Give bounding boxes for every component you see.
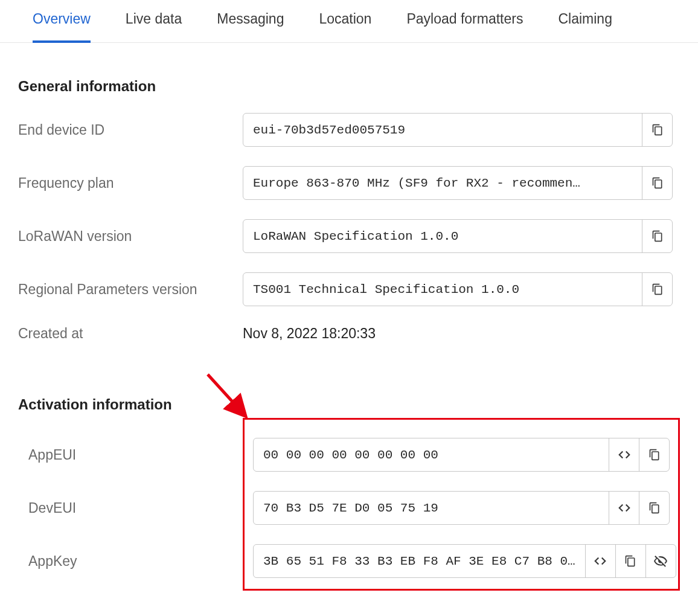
value-appeui: 00 00 00 00 00 00 00 00: [254, 438, 609, 471]
value-frequency-plan: Europe 863-870 MHz (SF9 for RX2 - recomm…: [243, 167, 642, 199]
copy-button[interactable]: [639, 438, 669, 471]
value-box-appkey: 3B 65 51 F8 33 B3 EB F8 AF 3E E8 C7 B8 0…: [253, 544, 676, 578]
toggle-format-button[interactable]: [585, 545, 615, 577]
tab-messaging[interactable]: Messaging: [217, 11, 284, 43]
label-appkey: AppKey: [28, 553, 253, 569]
code-icon: [594, 554, 607, 568]
tab-payload-formatters[interactable]: Payload formatters: [406, 11, 523, 43]
label-lorawan-version: LoRaWAN version: [18, 228, 243, 245]
toggle-format-button[interactable]: [609, 492, 639, 524]
value-created-at: Nov 8, 2022 18:20:33: [243, 326, 376, 342]
copy-button[interactable]: [642, 273, 672, 306]
copy-icon: [652, 176, 664, 190]
copy-button[interactable]: [642, 220, 672, 252]
label-created-at: Created at: [18, 326, 243, 342]
copy-icon: [624, 554, 636, 568]
copy-icon: [648, 448, 661, 461]
eye-off-icon: [653, 554, 668, 568]
copy-icon: [652, 283, 664, 296]
value-lorawan-version: LoRaWAN Specification 1.0.0: [243, 220, 642, 252]
hide-button[interactable]: [645, 545, 676, 577]
tab-bar: Overview Live data Messaging Location Pa…: [0, 0, 698, 43]
label-regional-params: Regional Parameters version: [18, 281, 243, 298]
code-icon: [618, 448, 631, 461]
value-box-regional-params: TS001 Technical Specification 1.0.0: [243, 272, 673, 306]
copy-icon: [652, 123, 664, 136]
section-title-general: General information: [18, 78, 680, 95]
value-regional-params: TS001 Technical Specification 1.0.0: [243, 273, 642, 306]
label-frequency-plan: Frequency plan: [18, 175, 243, 191]
activation-highlight-box: AppEUI 00 00 00 00 00 00 00 00 DevEUI 70…: [243, 418, 680, 591]
value-box-end-device-id: eui-70b3d57ed0057519: [243, 113, 673, 147]
tab-live-data[interactable]: Live data: [126, 11, 182, 43]
copy-button[interactable]: [642, 167, 672, 199]
value-box-frequency-plan: Europe 863-870 MHz (SF9 for RX2 - recomm…: [243, 166, 673, 200]
value-end-device-id: eui-70b3d57ed0057519: [243, 114, 642, 146]
code-icon: [618, 501, 631, 515]
tab-location[interactable]: Location: [319, 11, 371, 43]
tab-overview[interactable]: Overview: [33, 11, 91, 43]
copy-button[interactable]: [642, 114, 672, 146]
copy-icon: [648, 501, 661, 515]
label-end-device-id: End device ID: [18, 122, 243, 138]
copy-button[interactable]: [615, 545, 645, 577]
tab-claiming[interactable]: Claiming: [558, 11, 612, 43]
section-title-activation: Activation information: [18, 396, 680, 413]
value-deveui: 70 B3 D5 7E D0 05 75 19: [254, 492, 609, 524]
copy-icon: [652, 229, 664, 243]
value-box-lorawan-version: LoRaWAN Specification 1.0.0: [243, 219, 673, 253]
label-appeui: AppEUI: [28, 447, 253, 463]
toggle-format-button[interactable]: [609, 438, 639, 471]
label-deveui: DevEUI: [28, 500, 253, 516]
value-box-deveui: 70 B3 D5 7E D0 05 75 19: [253, 491, 670, 525]
value-appkey: 3B 65 51 F8 33 B3 EB F8 AF 3E E8 C7 B8 0…: [254, 545, 585, 577]
copy-button[interactable]: [639, 492, 669, 524]
value-box-appeui: 00 00 00 00 00 00 00 00: [253, 438, 670, 472]
